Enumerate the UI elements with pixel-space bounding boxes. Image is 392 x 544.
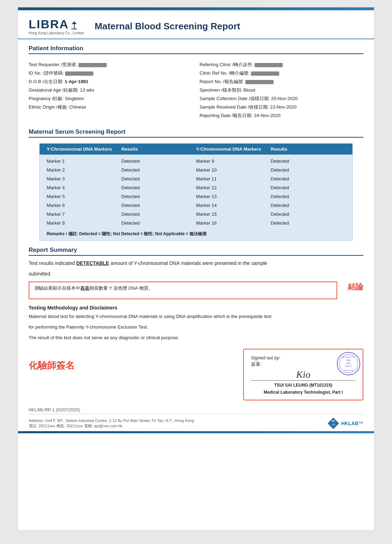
hklab-diamond-icon: HK LAB — [327, 417, 340, 430]
footer-ref: HKL/ML/RP-1 (02/07/2020) — [29, 407, 363, 412]
patient-reporting-date: Reporting Date /報告日期: 24-Nov-2020 — [200, 111, 364, 120]
serum-section: Maternal Serum Screening Report Y-Chromo… — [29, 128, 363, 241]
logo-subtitle: Hong Kong Laboratory Co., Limited — [29, 31, 84, 35]
marker-name-left: Marker 5 — [47, 192, 121, 201]
marker-name-left: Marker 7 — [47, 210, 121, 219]
sign-box: Laboratory Co. 香港 化驗所 有限公司 Hong Kong Sig… — [243, 349, 363, 400]
summary-chinese: 測驗結果顯示在樣本中在在相當數量 Y 染色體 DNA 物質。 — [34, 285, 153, 291]
patient-ethnic: Ethnic Origin /種族: Chinese — [29, 103, 193, 111]
marker-result-left: Detected — [121, 201, 196, 210]
top-bar — [18, 7, 374, 10]
logo-text: LIBRA — [29, 17, 79, 31]
redacted-value — [254, 63, 283, 67]
table-header: Y-Chromosomal DNA Markers Results Y-Chro… — [40, 144, 352, 155]
patient-grid: Test Requester /受測者: ID No. /證件號碼: D.O.B… — [29, 58, 363, 123]
patient-fields-left: Test Requester /受測者: ID No. /證件號碼: D.O.B… — [29, 60, 193, 120]
patient-item: ID No. /證件號碼: — [29, 69, 193, 77]
patient-collection-date: Sample Collection Date /採樣日期: 20-Nov-202… — [200, 94, 364, 103]
methodology-section: Testing Methodology and Disclaimers Mate… — [29, 305, 363, 342]
marker-result-left: Detected — [121, 192, 196, 201]
logo: LIBRA — [29, 17, 79, 31]
marker-name-left: Marker 4 — [47, 183, 121, 192]
marker-name-right: Marker 13 — [196, 192, 271, 201]
svg-text:香港: 香港 — [346, 359, 351, 361]
marker-result-left: Detected — [121, 174, 196, 183]
marker-result-left: Detected — [121, 166, 196, 174]
marker-result-right: Detected — [271, 166, 345, 174]
page-header: LIBRA Hong Kong Laboratory Co., Limited … — [18, 10, 374, 39]
patient-item: Report No. /報告編號: — [200, 77, 364, 86]
svg-text:Hong Kong: Hong Kong — [344, 369, 353, 371]
bottom-bar — [18, 431, 374, 433]
patient-fields-right: Referring Clinic /轉介診所: Clinic Ref No. /… — [200, 60, 364, 120]
methodology-text3: The result of this test does not serve a… — [29, 334, 363, 342]
summary-header: Report Summary — [29, 247, 363, 256]
methodology-text1: Maternal blood test for detecting Y-chro… — [29, 313, 363, 320]
marker-name-right: Marker 12 — [196, 183, 271, 192]
marker-result-right: Detected — [271, 219, 345, 227]
summary-text: Test results indicated DETECTABLE amount… — [29, 259, 363, 267]
summary-text-submitted: submitted. — [29, 270, 363, 278]
col4-header: Results — [271, 146, 345, 152]
marker-name-right: Marker 15 — [196, 210, 271, 219]
methodology-header: Testing Methodology and Disclaimers — [29, 305, 363, 311]
signer-name: TSUI SAI LEUNG (MT101315) — [251, 383, 356, 388]
footer-address: Address: Unit F, 8/F., Valiant Industria… — [29, 414, 363, 430]
address-text: Address: Unit F, 8/F., Valiant Industria… — [29, 418, 194, 429]
libra-icon — [69, 21, 79, 30]
patient-dob: D.O.B /出生日期: 1-Apr-1991 — [29, 77, 193, 86]
marker-name-left: Marker 3 — [47, 174, 121, 183]
methodology-text2: for performing the Paternity Y-chromosom… — [29, 323, 363, 331]
marker-result-right: Detected — [271, 201, 345, 210]
chemist-label: 化驗師簽名 — [29, 359, 75, 372]
remarks: Remarks / 備註: Detected = 陽性; Not Detecte… — [40, 227, 352, 237]
hklab-logo: HK LAB HKLAB™ — [327, 417, 363, 430]
patient-item: Test Requester /受測者: — [29, 60, 193, 69]
patient-item: Clinic Ref No. /轉介編號: — [200, 69, 364, 77]
marker-result-left: Detected — [121, 183, 196, 192]
marker-result-right: Detected — [271, 157, 345, 166]
report-title: Maternal Blood Screening Report — [95, 21, 240, 32]
marker-result-right: Detected — [271, 183, 345, 192]
marker-result-left: Detected — [121, 210, 196, 219]
table-body: Marker 1DetectedMarker 9DetectedMarker 2… — [40, 155, 352, 227]
marker-name-left: Marker 1 — [47, 157, 121, 166]
redacted-value — [78, 63, 107, 67]
svg-text:有限公司: 有限公司 — [345, 365, 352, 367]
svg-text:Laboratory Co.: Laboratory Co. — [341, 356, 356, 358]
col2-header: Results — [121, 146, 196, 152]
marker-name-right: Marker 11 — [196, 174, 271, 183]
logo-area: LIBRA Hong Kong Laboratory Co., Limited — [29, 17, 84, 35]
svg-text:化驗所: 化驗所 — [346, 362, 351, 364]
redacted-value — [245, 80, 274, 84]
hklab-text: HKLAB™ — [341, 421, 363, 426]
conclusion-label: 結論 — [348, 282, 363, 292]
patient-info-header: Patient Information — [29, 45, 363, 54]
marker-name-right: Marker 16 — [196, 219, 271, 227]
marker-name-left: Marker 8 — [47, 219, 121, 227]
screening-table: Y-Chromosomal DNA Markers Results Y-Chro… — [39, 143, 353, 241]
signer-title: Medical Laboratory Technologist, Part I — [251, 390, 356, 395]
marker-name-left: Marker 6 — [47, 201, 121, 210]
marker-result-right: Detected — [271, 192, 345, 201]
svg-text:HK: HK — [332, 420, 335, 422]
stamp-icon: Laboratory Co. 香港 化驗所 有限公司 Hong Kong — [336, 351, 361, 376]
summary-box-row: 測驗結果顯示在樣本中在在相當數量 Y 染色體 DNA 物質。 結論 — [29, 282, 363, 299]
marker-name-right: Marker 10 — [196, 166, 271, 174]
page: LIBRA Hong Kong Laboratory Co., Limited … — [18, 7, 374, 531]
patient-specimen: Specimen /樣本類別: Blood — [200, 86, 364, 94]
col3-header: Y-Chromosomal DNA Markers — [196, 146, 271, 152]
patient-pregnancy: Pregnancy /妊娠: Singleton — [29, 94, 193, 103]
redacted-value — [251, 71, 279, 76]
serum-section-header: Maternal Serum Screening Report — [29, 128, 363, 138]
marker-name-right: Marker 9 — [196, 157, 271, 166]
signature-area: 化驗師簽名 Laboratory Co. 香港 化驗所 有限公司 Hong Ko… — [29, 349, 363, 400]
marker-name-right: Marker 14 — [196, 201, 271, 210]
redacted-value — [65, 71, 93, 76]
detectable-text: DETECTABLE — [76, 260, 109, 266]
marker-result-left: Detected — [121, 219, 196, 227]
summary-box: 測驗結果顯示在樣本中在在相當數量 Y 染色體 DNA 物質。 — [29, 282, 337, 299]
svg-text:LAB: LAB — [332, 423, 335, 426]
marker-result-right: Detected — [271, 210, 345, 219]
marker-result-right: Detected — [271, 174, 345, 183]
